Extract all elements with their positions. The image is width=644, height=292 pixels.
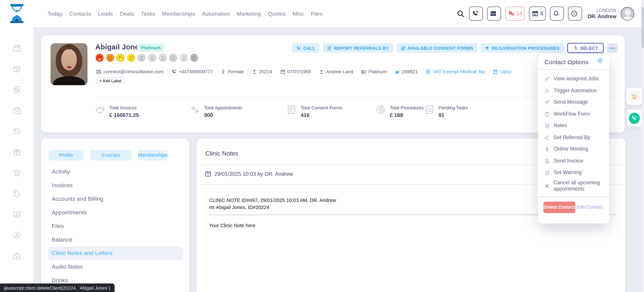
stat-value: £ 168 (390, 112, 424, 118)
info-icon[interactable]: i (597, 58, 603, 63)
shop-button[interactable]: 8 (529, 7, 546, 21)
nav-contacts[interactable]: Contacts (69, 11, 91, 17)
stat-label: Total Procedures (390, 102, 424, 110)
menu-item-view-assigned-jobs[interactable]: View assigned Jobs (538, 73, 609, 85)
panel-item-accounts-billing[interactable]: Accounts and Billing (48, 192, 183, 206)
panel-item-invoices[interactable]: Invoices (48, 179, 183, 192)
panel-item-balance[interactable]: Balance (48, 233, 183, 246)
mood-face-icon[interactable] (169, 53, 178, 62)
tab-profile[interactable]: Profile (48, 150, 84, 161)
email-chip[interactable]: connect@clinicsoftware.com (96, 69, 163, 74)
cart-icon[interactable] (12, 168, 21, 177)
search-icon[interactable] (456, 9, 465, 18)
mood-face-icon[interactable] (116, 53, 125, 62)
more-options-button[interactable]: ••• (607, 43, 618, 53)
stat-total-invoices: Total Invoices £ 160671.25 (94, 102, 189, 118)
tab-memberships[interactable]: Memberships (138, 150, 168, 161)
scrollbar-thumb[interactable] (642, 7, 644, 48)
tab-courses[interactable]: Courses (90, 150, 132, 161)
call-fab[interactable] (626, 109, 642, 127)
user-avatar[interactable] (620, 7, 634, 20)
upcoming-chip[interactable]: Upco (493, 69, 511, 74)
menu-item-send-message[interactable]: Send Message (538, 97, 609, 108)
mood-face-icon[interactable] (190, 53, 198, 62)
menu-item-cancel-appointments[interactable]: Cancel all upcoming appointments (538, 179, 609, 193)
nav-quotes[interactable]: Quotes (268, 11, 286, 17)
nav-memberships[interactable]: Memberships (162, 11, 195, 17)
help-button[interactable] (568, 7, 582, 21)
loyalty-chip: 269821 (394, 69, 418, 74)
panel-item-activity[interactable]: Activity (48, 165, 183, 179)
mood-face-icon[interactable] (148, 53, 156, 62)
share-nodes-icon (544, 135, 550, 141)
price-tag-icon[interactable] (12, 189, 21, 198)
nav-deals[interactable]: Deals (120, 11, 134, 17)
calendar-icon[interactable] (12, 44, 21, 53)
add-label-button[interactable]: + Add Label (96, 77, 125, 84)
gift-icon[interactable] (12, 148, 21, 157)
mood-face-icon[interactable] (95, 53, 104, 62)
mood-face-icon[interactable] (127, 53, 135, 62)
gear-icon (544, 88, 550, 94)
mood-face-icon[interactable] (137, 53, 146, 62)
edit-contact-button[interactable]: Edit Contact (576, 204, 604, 210)
panel-item-files[interactable]: Files (48, 219, 183, 233)
cart-icon (630, 93, 638, 100)
notifications-button[interactable] (550, 7, 564, 21)
panel-item-clinic-notes[interactable]: Clinic Notes and Letters (48, 246, 183, 260)
clipboard-check-icon (544, 111, 550, 117)
messages-button[interactable]: 14 (505, 7, 525, 21)
menu-item-send-invoice[interactable]: Send Invoice (538, 155, 609, 167)
nav-misc[interactable]: Misc (293, 11, 304, 17)
inbox-button[interactable] (487, 7, 501, 21)
cart-fab[interactable] (626, 88, 642, 105)
status-link-tooltip: javascript:client.deleteClient(20224, `A… (0, 283, 114, 292)
security-case-icon[interactable] (12, 251, 21, 260)
menu-item-set-warning[interactable]: Set Warning (538, 167, 609, 179)
select-button[interactable]: SELECT (567, 43, 604, 53)
female-icon (221, 69, 226, 74)
scrollbar-track[interactable] (641, 0, 644, 292)
menu-item-notes[interactable]: Notes (538, 120, 609, 132)
person-icon (252, 69, 257, 74)
task-list-icon (424, 104, 435, 115)
person-icon (319, 69, 324, 74)
client-sync-icon[interactable] (12, 231, 21, 240)
menu-item-set-referred-by[interactable]: Set Referred By (538, 132, 609, 144)
stat-value: 900 (204, 112, 242, 118)
reports-icon[interactable] (12, 210, 21, 219)
app-root: TodayContactsLeadsDealsTasksMembershipsA… (0, 0, 644, 292)
mood-face-icon[interactable] (180, 53, 188, 62)
consent-forms-button[interactable]: AVAILABLE CONSENT FORMS (396, 43, 477, 53)
vat-chip[interactable]: VAT Exempt Medical: No (426, 69, 485, 74)
menu-items: View assigned Jobs Trigger Automation Se… (538, 70, 609, 193)
rejuvenation-button[interactable]: REJUVENATION PROCEDURES (481, 43, 564, 53)
panel-item-appointments[interactable]: Appointments (48, 206, 183, 219)
nav-leads[interactable]: Leads (98, 11, 113, 17)
dob-chip: 07/07/1969 (280, 69, 311, 74)
copy-pages-icon[interactable] (12, 85, 21, 94)
history-icon[interactable] (12, 127, 21, 136)
contact-photo[interactable] (50, 43, 88, 85)
menu-item-workflow-form[interactable]: WorkFlow Form (538, 108, 609, 120)
report-referrals-button[interactable]: REPORT REFERRALS BY (323, 43, 393, 53)
note-entry-header[interactable]: 29/01/2025 10:03 by DR. Andrew (204, 170, 293, 177)
mood-face-icon[interactable] (106, 53, 114, 62)
call-button[interactable]: CALL (292, 43, 319, 53)
document-icon (286, 104, 297, 115)
pos-tray-icon[interactable] (12, 106, 21, 115)
phone-icon (472, 10, 479, 17)
nav-files[interactable]: Files (311, 11, 323, 17)
nav-tasks[interactable]: Tasks (141, 11, 155, 17)
mood-face-icon[interactable] (158, 53, 167, 62)
phone-button[interactable] (469, 7, 483, 21)
nav-marketing[interactable]: Marketing (237, 11, 261, 17)
phone-chip[interactable]: +447490009777 (171, 69, 213, 74)
nav-automation[interactable]: Automation (202, 11, 230, 17)
menu-item-trigger-automation[interactable]: Trigger Automation (538, 85, 609, 97)
products-box-icon[interactable] (12, 64, 21, 73)
menu-item-online-meeting[interactable]: Online Meeting (538, 144, 609, 156)
clinicsoftware-logo-icon[interactable] (10, 4, 24, 24)
nav-today[interactable]: Today (48, 11, 62, 17)
panel-item-audio-notes[interactable]: Audio Notes (48, 260, 183, 274)
